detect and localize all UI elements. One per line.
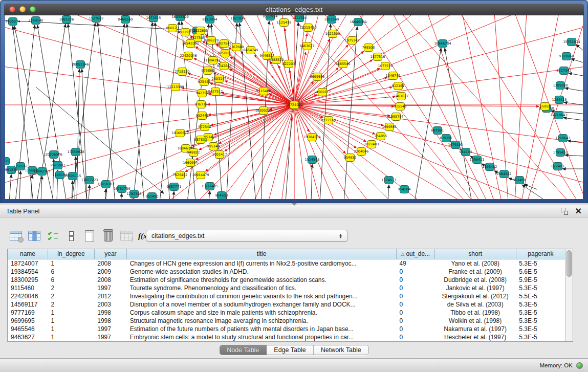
table-cell[interactable]: 6 (48, 276, 95, 284)
table-cell[interactable]: 5.3E-5 (516, 333, 565, 341)
table-row[interactable]: 911546021997Tourette syndrome. Phenomeno… (8, 284, 565, 292)
column-header[interactable]: year (94, 249, 126, 259)
network-node[interactable]: 952450 (513, 177, 526, 184)
network-node[interactable]: 1921896 (231, 15, 246, 23)
table-settings-icon[interactable] (8, 228, 24, 244)
network-node[interactable]: 1084542 (497, 170, 512, 178)
table-cell[interactable]: Embryonic stem cells: a model to study s… (127, 333, 397, 341)
network-node[interactable]: 15958 (540, 103, 551, 111)
table-cell[interactable]: Structural magnetic resonance image aver… (127, 317, 397, 325)
delete-table-icon[interactable] (100, 228, 116, 244)
table-cell[interactable]: 9777169 (8, 309, 48, 317)
table-cell[interactable]: Investigating the contribution of common… (127, 292, 397, 300)
network-node[interactable]: 19166827 (171, 129, 188, 137)
table-cell[interactable]: 0 (397, 325, 435, 333)
table-cell[interactable]: 0 (397, 333, 435, 341)
table-cell[interactable]: Genome-wide association studies in ADHD. (127, 268, 397, 276)
network-node[interactable]: 754955 (375, 133, 387, 140)
table-cell[interactable]: 5.3E-5 (516, 309, 565, 317)
table-cell[interactable]: Jankovic et al. (1997) (434, 284, 516, 292)
table-cell[interactable]: 2009 (94, 268, 126, 276)
table-cell[interactable]: 1998 (94, 317, 126, 325)
table-selector-dropdown[interactable]: citations_edges.txt ▲▼ (146, 230, 348, 242)
table-cell[interactable]: 5.6E-5 (516, 268, 565, 276)
table-cell[interactable]: 5.9E-5 (516, 276, 565, 284)
table-cell[interactable]: Estimation of significance thresholds fo… (127, 276, 397, 284)
table-row[interactable]: 2242004622012Investigating the contribut… (8, 292, 565, 300)
network-node[interactable]: 16958107 (97, 181, 114, 188)
table-cell[interactable]: 2008 (94, 276, 126, 284)
network-node[interactable]: 8466160 (118, 16, 133, 24)
network-node[interactable]: 822203 (282, 60, 295, 68)
network-node[interactable]: 9242848 (217, 62, 232, 70)
memory-status-icon[interactable] (576, 362, 583, 369)
tab-node-table[interactable]: Node Table (220, 345, 266, 355)
table-cell[interactable]: 2 (48, 292, 95, 300)
splitter-handle[interactable] (292, 203, 297, 206)
network-node[interactable]: 20206576 (45, 151, 62, 159)
table-cell[interactable]: 18724007 (8, 259, 48, 268)
network-node[interactable]: 9405574 (6, 18, 20, 26)
network-node[interactable]: 1004391 (206, 57, 221, 64)
table-cell[interactable]: Hescheler et al. (1997) (434, 333, 516, 341)
table-row[interactable]: 946362711997Embryonic stem cells: a mode… (8, 333, 565, 341)
network-node[interactable]: 9777169 (321, 117, 336, 124)
table-cell[interactable]: 1 (48, 325, 95, 333)
network-node[interactable]: 20053346 (72, 61, 89, 69)
network-node[interactable]: 915546 (394, 103, 407, 111)
network-node[interactable]: 952445 (196, 112, 209, 120)
network-node[interactable]: 860123 (166, 25, 179, 32)
table-cell[interactable]: 9465546 (8, 325, 48, 333)
network-node[interactable]: 17359928 (67, 148, 84, 156)
table-cell[interactable]: 1 (48, 259, 95, 268)
table-cell[interactable]: 1 (48, 317, 95, 325)
table-cell[interactable]: Stergiakouli et al. (2012) (434, 292, 516, 300)
column-header[interactable]: short (434, 249, 516, 259)
table-scrollbar[interactable] (565, 249, 573, 341)
network-node[interactable]: 1679193 (448, 141, 463, 149)
network-node[interactable]: 17957223 (81, 177, 98, 184)
table-cell[interactable]: Corpus callosum shape and size in male p… (127, 309, 397, 317)
network-node[interactable]: 812161 (392, 82, 405, 90)
network-node[interactable]: 954194 (460, 148, 472, 156)
table-row[interactable]: 977716911998Corpus callosum shape and si… (8, 309, 565, 317)
table-row[interactable]: 1938455462009Genome-wide association stu… (8, 268, 565, 276)
network-node[interactable]: 879197 (440, 135, 453, 142)
network-window-titlebar[interactable]: citations_edges.txt (4, 4, 584, 15)
table-row[interactable]: 1456911722003Disruption of a novel membe… (8, 300, 565, 309)
column-header[interactable]: name (8, 249, 48, 259)
table-cell[interactable]: 0 (397, 309, 435, 317)
network-node[interactable]: 1699561 (382, 123, 397, 131)
network-node[interactable]: 972544 (199, 123, 211, 131)
table-cell[interactable]: Franke et al. (2009) (434, 268, 516, 276)
tab-network-table[interactable]: Network Table (313, 345, 368, 355)
table-cell[interactable]: Yano et al. (2008) (434, 259, 516, 268)
network-node[interactable]: 677403 (552, 163, 564, 170)
network-node[interactable]: 15751074 (563, 38, 580, 46)
table-cell[interactable]: 5.3E-5 (516, 325, 565, 333)
network-node[interactable]: 1895754 (389, 113, 404, 121)
network-node[interactable]: 1527602 (89, 15, 104, 23)
table-cell[interactable]: 0 (397, 292, 435, 300)
table-cell[interactable]: Tourette syndrome. Phenomenology and cla… (127, 284, 397, 292)
network-node[interactable]: 8512974 (263, 15, 278, 20)
network-node[interactable]: 1077403 (364, 141, 379, 148)
table-cell[interactable]: Tibbo et al. (1998) (434, 309, 516, 317)
table-cell[interactable]: Dudbridge et al. (2008) (434, 276, 516, 284)
row-height-icon[interactable] (63, 228, 79, 244)
column-header[interactable]: in_degree (48, 249, 95, 259)
network-node[interactable]: 954932 (344, 154, 357, 162)
column-header[interactable]: title (127, 249, 397, 259)
network-node[interactable]: 1292346 (127, 190, 142, 198)
table-cell[interactable]: 5.3E-5 (516, 317, 565, 325)
table-cell[interactable]: 1 (48, 333, 95, 341)
network-node[interactable]: 19384554 (303, 134, 320, 141)
table-cell[interactable]: 1997 (94, 333, 126, 341)
network-node[interactable]: 887833 (194, 136, 207, 144)
network-node[interactable]: 952450 (146, 193, 159, 200)
table-cell[interactable]: 5.3E-5 (516, 284, 565, 292)
table-cell[interactable]: 0 (397, 268, 435, 276)
network-node[interactable]: 925445 (198, 78, 211, 86)
table-cell[interactable]: 1 (48, 309, 95, 317)
network-node[interactable]: 1125439 (277, 19, 292, 27)
